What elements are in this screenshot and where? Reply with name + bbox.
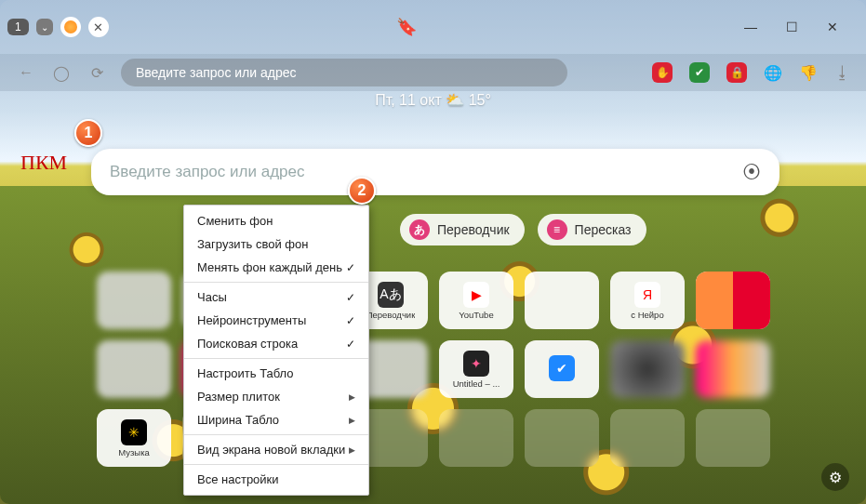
tile[interactable]: ✳Музыка	[97, 409, 171, 467]
tile[interactable]	[696, 340, 770, 398]
tile[interactable]	[610, 340, 685, 398]
annotation-badge-2: 2	[348, 177, 376, 205]
main-search-box[interactable]: ⦿	[91, 149, 779, 195]
translate-pill-icon: あ	[409, 219, 430, 240]
annotation-badge-1: 1	[74, 119, 102, 147]
quick-summarize[interactable]: ≡ Пересказ	[538, 214, 646, 245]
annotation-pkm-label: ПКМ	[20, 151, 67, 175]
tile[interactable]: ✔	[525, 340, 599, 398]
context-menu-item[interactable]: Настроить Табло	[184, 362, 368, 385]
extension-icons: ✋ ✔ 🔒 🌐 👎 ⭳	[652, 62, 851, 83]
window-titlebar: 1 ⌄ ✕ 🔖 — ☐ ✕	[0, 0, 866, 54]
tile-icon: ✳	[121, 419, 147, 445]
tile[interactable]	[97, 340, 171, 398]
search-input[interactable]	[110, 163, 742, 181]
tile[interactable]	[696, 409, 770, 467]
tile[interactable]	[696, 272, 770, 329]
context-menu-item[interactable]: Сменить фон	[184, 209, 368, 232]
quick-actions-row: あ Переводчик ≡ Пересказ	[400, 214, 646, 245]
active-tab-icon[interactable]	[60, 17, 81, 37]
context-menu-item[interactable]: Нейроинструменты	[184, 309, 368, 332]
tile-icon: ✔	[549, 355, 575, 381]
quick-label: Пересказ	[575, 222, 632, 237]
tile[interactable]: Яс Нейро	[610, 272, 685, 329]
downloads-icon[interactable]: ⭳	[834, 63, 851, 83]
context-menu-item[interactable]: Вид экрана новой вкладки	[184, 438, 368, 461]
window-controls: — ☐ ✕	[741, 18, 859, 36]
tile-label: Untitled – ...	[453, 378, 500, 389]
tile-label: Музыка	[118, 447, 150, 458]
close-window-button[interactable]: ✕	[823, 18, 842, 36]
tile[interactable]	[525, 409, 599, 467]
close-tab-button[interactable]: ✕	[88, 17, 109, 37]
back-button[interactable]: ←	[15, 61, 37, 84]
tile[interactable]	[610, 409, 685, 467]
tile[interactable]	[525, 272, 599, 329]
tile[interactable]: ✦Untitled – ...	[439, 340, 513, 398]
address-bar-row: ← ◯ ⟳ Введите запрос или адрес ✋ ✔ 🔒 🌐 👎…	[0, 54, 866, 91]
tile-icon: ✦	[463, 351, 489, 377]
tile-label: YouTube	[459, 310, 493, 320]
tile-label: Переводчик	[366, 310, 416, 320]
tab-count-number: 1	[15, 20, 21, 33]
lock-icon[interactable]: 🔒	[726, 62, 747, 83]
context-menu-item[interactable]: Часы	[184, 285, 368, 309]
context-menu-item[interactable]: Размер плиток	[184, 385, 368, 408]
bookmark-icon[interactable]: 🔖	[396, 17, 417, 37]
omnibox-placeholder: Введите запрос или адрес	[136, 65, 297, 80]
image-search-icon[interactable]: ⦿	[742, 162, 761, 183]
quick-translate[interactable]: あ Переводчик	[400, 214, 525, 245]
protect-icon[interactable]: ✔	[689, 62, 710, 83]
context-menu-item[interactable]: Ширина Табло	[184, 408, 368, 431]
tile[interactable]: ▶YouTube	[439, 272, 513, 329]
context-menu-item[interactable]: Все настройки	[184, 468, 368, 491]
quick-label: Переводчик	[437, 222, 510, 237]
adblock-icon[interactable]: ✋	[652, 62, 673, 83]
context-menu-item[interactable]: Загрузить свой фон	[184, 232, 368, 256]
tile[interactable]	[439, 409, 513, 467]
translate-icon[interactable]: 🌐	[764, 64, 782, 82]
tab-dropdown[interactable]: ⌄	[36, 19, 53, 35]
summarize-pill-icon: ≡	[547, 219, 567, 240]
tile-icon: Aあ	[378, 282, 404, 308]
yandex-logo-icon[interactable]: ◯	[50, 61, 73, 84]
feedback-icon[interactable]: 👎	[799, 64, 818, 82]
tile-icon: ▶	[463, 282, 489, 308]
maximize-button[interactable]: ☐	[782, 18, 801, 36]
minimize-button[interactable]: —	[741, 18, 760, 36]
tile-icon: Я	[634, 282, 660, 308]
date-weather[interactable]: Пт, 11 окт ⛅ 15°	[0, 91, 866, 109]
reload-button[interactable]: ⟳	[86, 61, 108, 84]
tile[interactable]	[97, 272, 171, 329]
context-menu-item[interactable]: Поисковая строка	[184, 332, 368, 355]
omnibox[interactable]: Введите запрос или адрес	[121, 59, 567, 86]
customize-button[interactable]: ⚙	[821, 463, 849, 491]
tile-label: с Нейро	[631, 310, 663, 320]
context-menu: Сменить фонЗагрузить свой фонМенять фон …	[183, 205, 369, 496]
context-menu-item[interactable]: Менять фон каждый день	[184, 256, 368, 279]
tab-counter[interactable]: 1	[7, 19, 29, 35]
